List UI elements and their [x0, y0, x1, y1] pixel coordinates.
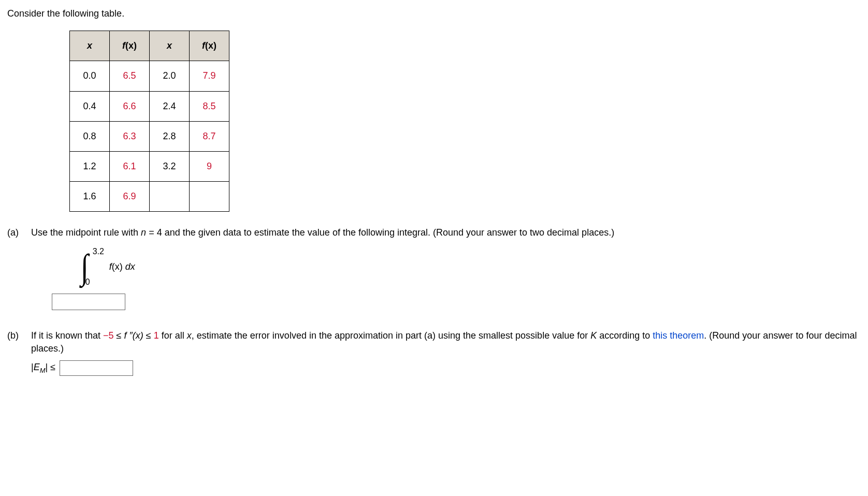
integral-symbol: ∫ — [81, 255, 89, 280]
cell-x: 2.0 — [150, 61, 190, 91]
cell-fx: 6.5 — [110, 61, 150, 91]
answer-input-a[interactable] — [52, 294, 125, 310]
cell-x: 3.2 — [150, 151, 190, 181]
integral-lower-bound: 0 — [85, 276, 90, 288]
cell-fx: 7.9 — [190, 61, 229, 91]
data-table-wrap: x f(x) x f(x) 0.0 6.5 2.0 7.9 0.4 6.6 2.… — [69, 31, 861, 212]
cell-x — [150, 182, 190, 212]
cell-fx — [190, 182, 229, 212]
table-row: 0.0 6.5 2.0 7.9 — [70, 61, 229, 91]
col-fx1-header: f(x) — [110, 31, 150, 61]
integral-expression: ∫ 3.2 0 f(x) dx — [80, 249, 861, 285]
cell-fx: 9 — [190, 151, 229, 181]
answer-input-b[interactable] — [60, 360, 133, 376]
cell-fx: 8.5 — [190, 91, 229, 121]
integral-upper-bound: 3.2 — [93, 246, 104, 257]
cell-x: 2.4 — [150, 91, 190, 121]
cell-fx: 6.6 — [110, 91, 150, 121]
part-a: (a) Use the midpoint rule with n = 4 and… — [7, 226, 861, 313]
error-bound-line: |EM| ≤ — [31, 360, 861, 376]
cell-x: 0.8 — [70, 121, 110, 151]
cell-x: 0.4 — [70, 91, 110, 121]
col-fx2-header: f(x) — [190, 31, 229, 61]
table-row: 1.6 6.9 — [70, 182, 229, 212]
data-table: x f(x) x f(x) 0.0 6.5 2.0 7.9 0.4 6.6 2.… — [69, 31, 229, 212]
table-row: 0.4 6.6 2.4 8.5 — [70, 91, 229, 121]
table-row: 0.8 6.3 2.8 8.7 — [70, 121, 229, 151]
cell-x: 1.2 — [70, 151, 110, 181]
cell-x: 1.6 — [70, 182, 110, 212]
cell-fx: 6.1 — [110, 151, 150, 181]
theorem-link[interactable]: this theorem — [653, 330, 704, 341]
part-a-label: (a) — [7, 226, 31, 313]
part-b: (b) If it is known that −5 ≤ f ″(x) ≤ 1 … — [7, 329, 861, 376]
part-b-label: (b) — [7, 329, 31, 376]
cell-fx: 8.7 — [190, 121, 229, 151]
cell-fx: 6.3 — [110, 121, 150, 151]
part-b-text: If it is known that −5 ≤ f ″(x) ≤ 1 for … — [31, 329, 861, 355]
table-row: 1.2 6.1 3.2 9 — [70, 151, 229, 181]
cell-x: 0.0 — [70, 61, 110, 91]
col-x1-header: x — [70, 31, 110, 61]
part-a-text: Use the midpoint rule with n = 4 and the… — [31, 226, 861, 239]
integrand: f(x) dx — [109, 260, 135, 273]
col-x2-header: x — [150, 31, 190, 61]
cell-x: 2.8 — [150, 121, 190, 151]
intro-text: Consider the following table. — [7, 7, 861, 20]
cell-fx: 6.9 — [110, 182, 150, 212]
